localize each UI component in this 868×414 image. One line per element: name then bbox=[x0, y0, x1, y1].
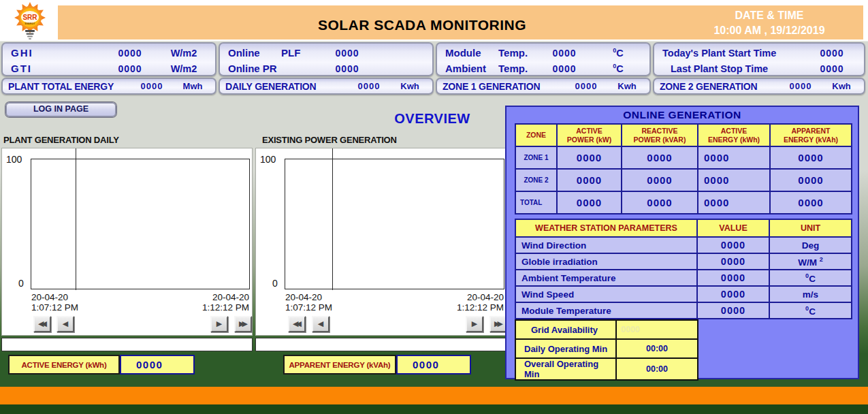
module-temperature-label: Module Temperature bbox=[515, 302, 697, 319]
srr-energy-logo-icon: SRR ENERGY bbox=[5, 1, 54, 41]
col-active-power: ACTIVEPOWER (kW) bbox=[557, 124, 622, 146]
overall-operating-min-label: Overall Operating Min bbox=[515, 358, 616, 380]
datetime-value: 10:00 AM , 19/12/2019 bbox=[677, 23, 861, 38]
zone1-reactive-power: 0000 bbox=[622, 146, 698, 169]
plant-total-energy-unit: Mwh bbox=[176, 81, 210, 91]
stop-time-label: Last Plant Stop Time bbox=[662, 63, 808, 74]
generation-header-row: ZONE ACTIVEPOWER (kW) REACTIVEPOWER (kVA… bbox=[515, 124, 852, 146]
panel-plant-times: Today's Plant Start Time 0000 Last Plant… bbox=[653, 42, 865, 76]
left-chart-xstart-label: 20-04-201:07:12 PM bbox=[31, 292, 78, 313]
left-chart-title: PLANT GENERATION DAILY bbox=[3, 135, 119, 145]
left-chart-xend-label: 20-04-201:12:12 PM bbox=[202, 292, 249, 313]
col-active-energy: ACTIVEENERGY (kWh) bbox=[698, 124, 770, 146]
ambient-temperature-label: Ambient Temperature bbox=[515, 270, 697, 286]
login-page-button[interactable]: LOG IN PAGE bbox=[5, 102, 116, 117]
table-row-wind-direction: Wind Direction 0000 Deg bbox=[515, 237, 852, 253]
global-irradiation-label: Globle irradiation bbox=[515, 253, 697, 270]
table-row-total: TOTAL 0000 0000 0000 0000 bbox=[515, 191, 852, 214]
right-chart-title: EXISTING POWER GENERATION bbox=[262, 135, 397, 145]
ambient-temperature-unit: 0C bbox=[769, 270, 852, 286]
left-chart-rewind-button[interactable]: ◀◀ bbox=[33, 316, 51, 332]
daily-operating-min-value: 00:00 bbox=[616, 339, 698, 358]
daily-generation-unit: Kwh bbox=[393, 81, 427, 91]
total-active-energy: 0000 bbox=[698, 191, 770, 214]
zone1-generation-unit: Kwh bbox=[610, 81, 644, 91]
total-apparent-energy: 0000 bbox=[770, 191, 852, 214]
start-time-value: 0000 bbox=[808, 48, 856, 59]
zone1-generation-value: 0000 bbox=[562, 81, 610, 91]
total-reactive-power: 0000 bbox=[622, 191, 698, 214]
wind-speed-unit: m/s bbox=[769, 286, 852, 302]
module-temp-unit: 0C bbox=[595, 47, 641, 59]
module-temperature-value: 0000 bbox=[697, 302, 769, 319]
panel-plant-total-energy: PLANT TOTAL ENERGY 0000 Mwh bbox=[1, 78, 216, 95]
table-row-wind-speed: Wind Speed 0000 m/s bbox=[515, 286, 852, 302]
online-generation-table: ZONE ACTIVEPOWER (kW) REACTIVEPOWER (kVA… bbox=[515, 123, 852, 214]
ghi-unit: W/m2 bbox=[161, 48, 207, 59]
right-chart-status-strip bbox=[255, 338, 507, 351]
table-row-zone1: ZONE 1 0000 0000 0000 0000 bbox=[515, 146, 852, 169]
right-chart-ymin-tick: 0 bbox=[272, 278, 278, 289]
left-chart-prev-button[interactable]: ◀ bbox=[57, 316, 74, 332]
right-chart-cursor-line[interactable] bbox=[332, 148, 333, 290]
active-energy-value: 0000 bbox=[120, 355, 195, 375]
panel-zone1-generation: ZONE 1 GENERATION 0000 Kwh bbox=[436, 78, 651, 95]
wind-direction-value: 0000 bbox=[697, 237, 769, 253]
wind-speed-value: 0000 bbox=[697, 286, 769, 302]
total-row-label: TOTAL bbox=[515, 191, 557, 214]
weather-param-header: WEATHER STATION PARAMETERS bbox=[515, 219, 697, 237]
left-chart-cursor-line[interactable] bbox=[76, 148, 76, 290]
weather-value-header: VALUE bbox=[697, 219, 769, 237]
zone2-generation-unit: Kwh bbox=[824, 81, 858, 91]
left-chart-forward-button[interactable]: ▶▶ bbox=[234, 316, 252, 332]
stop-time-value: 0000 bbox=[808, 63, 856, 74]
module-temp-label-1: Module bbox=[445, 47, 498, 59]
left-chart-ymax-tick: 100 bbox=[6, 154, 22, 165]
grid-availability-label: Grid Availability bbox=[515, 320, 616, 339]
module-temp-label-2: Temp. bbox=[498, 47, 534, 59]
zone2-generation-value: 0000 bbox=[777, 81, 824, 91]
panel-irradiance: GHI 0000 W/m2 GTI 0000 W/m2 bbox=[1, 42, 216, 76]
right-chart-ymax-tick: 100 bbox=[260, 154, 276, 165]
ghi-label: GHI bbox=[11, 47, 99, 59]
col-reactive-power: REACTIVEPOWER (kVAR) bbox=[622, 124, 698, 146]
bottom-orange-bar bbox=[0, 387, 868, 404]
weather-header-row: WEATHER STATION PARAMETERS VALUE UNIT bbox=[515, 219, 852, 237]
right-chart-prev-button[interactable]: ◀ bbox=[312, 316, 329, 332]
start-time-label: Today's Plant Start Time bbox=[662, 48, 808, 59]
wind-direction-label: Wind Direction bbox=[515, 237, 697, 253]
wind-speed-label: Wind Speed bbox=[515, 286, 697, 302]
panel-temperature: Module Temp. 0000 0C Ambient Temp. 0000 … bbox=[436, 42, 651, 76]
zone2-reactive-power: 0000 bbox=[622, 169, 698, 191]
ambient-temp-unit: 0C bbox=[595, 63, 641, 74]
online-pr-value: 0000 bbox=[317, 63, 378, 74]
weather-unit-header: UNIT bbox=[769, 219, 852, 237]
overview-title: OVERVIEW bbox=[368, 111, 497, 127]
zone1-active-power: 0000 bbox=[557, 146, 622, 169]
panel-daily-generation: DAILY GENERATION 0000 Kwh bbox=[219, 78, 434, 95]
ambient-temp-label-2: Temp. bbox=[498, 63, 534, 74]
daily-generation-label: DAILY GENERATION bbox=[225, 81, 345, 92]
plant-total-energy-label: PLANT TOTAL ENERGY bbox=[8, 81, 128, 92]
table-row-ambient-temperature: Ambient Temperature 0000 0C bbox=[515, 270, 852, 286]
zone2-apparent-energy: 0000 bbox=[770, 169, 852, 191]
operations-table: Grid Availability 0000 Daily Operating M… bbox=[515, 319, 698, 381]
online-pr-label: Online PR bbox=[228, 63, 317, 74]
module-temp-value: 0000 bbox=[534, 48, 595, 59]
zone2-active-power: 0000 bbox=[557, 169, 622, 191]
zone2-row-label: ZONE 2 bbox=[515, 169, 557, 191]
table-row-daily-operating-min: Daily Operating Min 00:00 bbox=[515, 339, 698, 358]
zone2-generation-label: ZONE 2 GENERATION bbox=[660, 81, 777, 92]
gti-label: GTI bbox=[11, 63, 99, 74]
left-chart-status-strip bbox=[1, 338, 253, 351]
left-chart-next-button[interactable]: ▶ bbox=[210, 316, 228, 332]
right-chart-rewind-button[interactable]: ◀◀ bbox=[288, 316, 306, 332]
module-temperature-unit: 0C bbox=[769, 302, 852, 319]
right-chart-xstart-label: 20-04-201:07:12 PM bbox=[285, 292, 332, 313]
overall-operating-min-value: 00:00 bbox=[616, 358, 698, 380]
col-apparent-energy: APPARENTENERGY (kVAh) bbox=[770, 124, 852, 146]
right-chart-next-button[interactable]: ▶ bbox=[466, 316, 483, 332]
ambient-temp-value: 0000 bbox=[534, 63, 595, 74]
gti-unit: W/m2 bbox=[161, 63, 207, 74]
total-active-power: 0000 bbox=[557, 191, 622, 214]
